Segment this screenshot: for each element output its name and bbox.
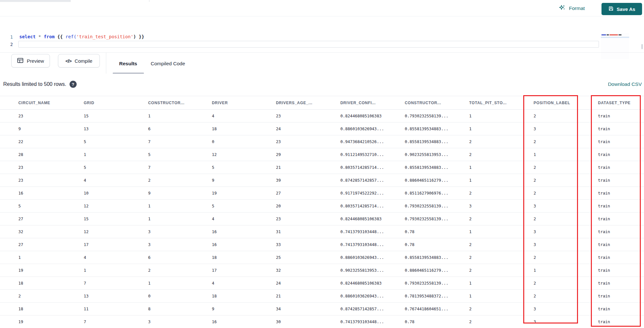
table-cell: 1: [469, 281, 534, 286]
results-table: CIRCUIT_NAMEGRIDCONSTRUCTOR...DRIVERDRIV…: [0, 96, 644, 328]
table-cell: 27: [276, 191, 340, 196]
table-cell: 1: [469, 178, 534, 183]
table-cell: 2: [534, 255, 598, 260]
table-cell: 16: [212, 319, 276, 324]
table-cell: 3: [534, 126, 598, 131]
compile-button[interactable]: </> Compile: [58, 54, 100, 68]
table-cell: train: [598, 178, 644, 183]
table-cell: 1: [534, 152, 598, 157]
table-cell: 8: [148, 306, 212, 311]
table-cell: 30: [276, 319, 340, 324]
format-label: Format: [569, 5, 585, 11]
download-csv-link[interactable]: Download CSV: [608, 81, 642, 87]
sql-editor[interactable]: 1 2 select * from {{ ref('train_test_pos…: [0, 16, 644, 52]
table-cell: 0.8860465116279...: [405, 268, 469, 273]
column-header: DATASET_TYPE: [598, 101, 644, 105]
table-cell: 1: [469, 126, 534, 131]
preview-button[interactable]: Preview: [11, 54, 50, 68]
table-cell: 28: [18, 152, 84, 157]
table-cell: 1: [469, 294, 534, 298]
table-cell: 3: [469, 204, 534, 208]
table-cell: 2: [469, 216, 534, 221]
table-cell: 1: [148, 204, 212, 208]
column-header: DRIVERS_AGE_...: [276, 101, 340, 105]
table-cell: 0.8511627906976...: [405, 191, 469, 196]
tab-compiled-code[interactable]: Compiled Code: [151, 61, 185, 67]
table-cell: 1: [534, 268, 598, 273]
column-header: DRIVER: [212, 101, 276, 105]
table-cell: 0.78: [405, 319, 469, 324]
table-cell: 2: [469, 255, 534, 260]
table-cell: 5: [84, 139, 148, 144]
table-cell: 17: [212, 268, 276, 273]
save-as-button[interactable]: Save As: [601, 3, 642, 15]
table-cell: 15: [84, 114, 148, 118]
code-token: ref(: [65, 34, 76, 39]
line-number: 2: [6, 42, 13, 47]
table-cell: 2: [469, 306, 534, 311]
table-cell: 5: [212, 204, 276, 208]
table-cell: 0.9473684210526...: [340, 139, 405, 144]
table-cell: 2: [534, 114, 598, 118]
table-cell: 0.9023255813953...: [405, 152, 469, 157]
scrollbar-thumb[interactable]: [641, 44, 643, 49]
table-cell: 0.7413793103448...: [340, 242, 405, 247]
tabstrip-inactive-segment[interactable]: [0, 0, 70, 2]
preview-label: Preview: [27, 58, 44, 64]
table-cell: 6: [148, 255, 212, 260]
results-limit-text: Results limited to 500 rows.: [3, 81, 66, 87]
save-as-label: Save As: [617, 6, 635, 12]
table-cell: 23: [18, 114, 84, 118]
code-line-1: select * from {{ ref('train_test_positio…: [19, 34, 144, 39]
table-cell: 0.7930232558139...: [405, 204, 469, 208]
table-cell: train: [598, 165, 644, 170]
minimap-code-line: [601, 34, 621, 35]
table-cell: 0.9023255813953...: [340, 268, 405, 273]
format-button[interactable]: Format: [559, 4, 585, 13]
editor-minimap[interactable]: [601, 33, 629, 59]
code-token: }}: [139, 34, 144, 39]
table-cell: 0.824468085106383: [340, 281, 405, 286]
table-cell: 3: [534, 319, 598, 324]
table-cell: 21: [276, 294, 340, 298]
table-cell: 12: [212, 152, 276, 157]
code-token: 'train_test_position': [76, 34, 133, 39]
table-cell: 18: [212, 126, 276, 131]
table-cell: 1: [148, 114, 212, 118]
table-cell: 0.7813953488372...: [405, 294, 469, 298]
table-cell: 9: [148, 191, 212, 196]
table-cell: 0.8035714285714...: [340, 165, 405, 170]
table-cell: 0.8742857142857...: [340, 178, 405, 183]
table-cell: 0: [212, 139, 276, 144]
table-cell: 0.7930232558139...: [405, 114, 469, 118]
table-cell: 19: [18, 268, 84, 273]
table-row: 14618250.8860103626943...0.8558139534883…: [0, 251, 644, 264]
sparkles-icon: [559, 4, 566, 13]
table-cell: train: [598, 229, 644, 234]
table-cell: 34: [276, 306, 340, 311]
column-header: POSITION_LABEL: [534, 101, 598, 105]
table-cell: 0: [148, 294, 212, 298]
table-cell: 7: [148, 139, 212, 144]
column-header: CONSTRUCTOR...: [148, 101, 212, 105]
table-cell: 2: [534, 216, 598, 221]
table-cell: 3: [148, 319, 212, 324]
table-cell: 1: [469, 229, 534, 234]
table-cell: 0.9112149532710...: [340, 152, 405, 157]
help-icon[interactable]: ?: [70, 81, 77, 88]
tab-results[interactable]: Results: [119, 61, 137, 67]
table-cell: 0.8558139534883...: [405, 165, 469, 170]
table-cell: 0.78: [405, 242, 469, 247]
table-cell: 4: [84, 178, 148, 183]
table-cell: train: [598, 242, 644, 247]
table-cell: 7: [84, 281, 148, 286]
table-cell: 1: [469, 165, 534, 170]
table-row: 197316300.7413793103448...0.7823train: [0, 315, 644, 328]
table-cell: train: [598, 191, 644, 196]
table-cell: 11: [84, 306, 148, 311]
table-cell: 25: [276, 255, 340, 260]
table-cell: 2: [469, 268, 534, 273]
table-cell: train: [598, 281, 644, 286]
table-cell: 1: [84, 268, 148, 273]
table-cell: 29: [276, 152, 340, 157]
